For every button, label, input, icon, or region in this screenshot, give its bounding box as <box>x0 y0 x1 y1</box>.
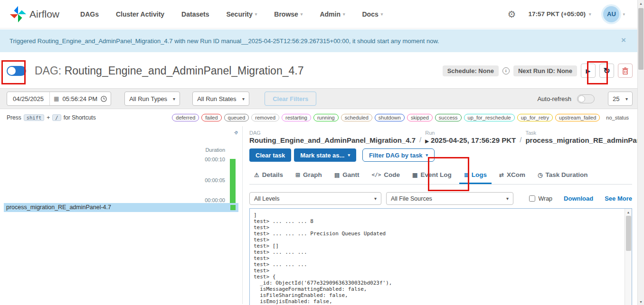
status-badge[interactable]: running <box>313 114 339 121</box>
status-badge[interactable]: failed <box>201 114 221 121</box>
scroll-down-icon[interactable]: ▼ <box>638 298 644 305</box>
run-states-select[interactable]: All Run States▾ <box>192 92 249 106</box>
chevron-down-icon: ▾ <box>374 196 377 201</box>
delete-dag-button[interactable] <box>618 64 633 78</box>
time-input[interactable]: ▦ 05:56:24 PM <box>50 95 111 102</box>
status-badge[interactable]: up_for_reschedule <box>464 114 515 121</box>
see-more-link[interactable]: See More <box>605 195 632 202</box>
dag-pause-toggle[interactable] <box>7 66 26 76</box>
dag-name: Routing_Engine_and_AdminPanel_Migration_… <box>65 65 304 77</box>
tab-task-duration[interactable]: ◷Task Duration <box>533 168 593 184</box>
timezone-selector[interactable]: 17:57 PKT (+05:00)▾ <box>529 10 591 18</box>
scrollbar-thumb[interactable] <box>638 8 644 70</box>
shift-key: shift <box>24 114 45 121</box>
filter-dag-by-task-button[interactable]: Filter DAG by task▾ <box>362 148 435 162</box>
task-actions: Clear task Mark state as...▾ Filter DAG … <box>249 148 632 162</box>
breadcrumb-separator: / <box>520 136 521 144</box>
status-badge[interactable]: shutdown <box>375 114 405 121</box>
mark-state-button[interactable]: Mark state as...▾ <box>294 148 356 162</box>
dag-header: DAG: Routing_Engine_and_AdminPanel_Migra… <box>0 52 644 86</box>
nav-datasets[interactable]: Datasets <box>181 10 209 18</box>
run-duration-bar[interactable] <box>230 159 236 203</box>
status-badge[interactable]: upstream_failed <box>555 114 600 121</box>
tab-xcom[interactable]: ⇄XCom <box>494 168 530 184</box>
log-line: test> [] <box>254 243 621 249</box>
task-state-square[interactable] <box>230 205 236 210</box>
log-line: ] <box>254 212 621 218</box>
grid-panel: » Duration 00:00:10 00:00:05 00:00:00 pr… <box>0 126 242 304</box>
breadcrumb-task-link[interactable]: process_migration_RE_adminPanel-4.7 <box>525 136 644 144</box>
next-run-badge: Next Run ID: None <box>513 65 577 76</box>
page-title: DAG: Routing_Engine_and_AdminPanel_Migra… <box>35 65 303 77</box>
auto-refresh-label: Auto-refresh <box>537 95 571 102</box>
reparse-dag-button[interactable]: ↻ <box>599 64 614 78</box>
log-line: test> ... ... ... Precision Queues Updat… <box>254 231 621 237</box>
user-menu[interactable]: AU ▾ <box>603 6 625 22</box>
chevron-down-icon: ▾ <box>343 12 345 17</box>
status-badge[interactable]: up_for_retry <box>517 114 553 121</box>
tab-gantt[interactable]: ▤Gantt <box>330 168 364 184</box>
page-size-select[interactable]: 25▾ <box>608 92 633 106</box>
status-badge[interactable]: deferred <box>172 114 199 121</box>
collapse-grid-icon[interactable]: » <box>231 128 240 137</box>
auto-refresh-toggle[interactable] <box>577 94 595 103</box>
status-badge[interactable]: no_status <box>602 114 633 121</box>
status-badge[interactable]: success <box>435 114 462 121</box>
run-types-select[interactable]: All Run Types▾ <box>124 92 180 106</box>
scroll-up-icon[interactable]: ▲ <box>625 209 632 215</box>
breadcrumb-dag-link[interactable]: Routing_Engine_and_AdminPanel_Migration_… <box>249 136 416 144</box>
page-scrollbar[interactable]: ▲ ▼ <box>637 0 644 305</box>
breadcrumb-dag: DAG Routing_Engine_and_AdminPanel_Migrat… <box>249 130 416 144</box>
status-badge[interactable]: queued <box>224 114 249 121</box>
chevron-down-icon: ▾ <box>242 96 245 102</box>
nav-browse[interactable]: Browse▾ <box>274 10 303 18</box>
breadcrumb-run: Run ▶2025-04-25, 17:56:29 PKT <box>425 130 516 144</box>
status-badge[interactable]: removed <box>251 114 279 121</box>
nav-docs[interactable]: Docs▾ <box>362 10 383 18</box>
log-line: test> <box>254 224 621 231</box>
graph-icon: ⊞ <box>295 172 300 178</box>
info-icon[interactable]: i <box>502 67 510 74</box>
tab-details[interactable]: ⚠Details <box>249 168 288 184</box>
chevron-down-icon: ▾ <box>506 196 509 201</box>
run-filter-bar: 04/25/2025 ▦ 05:56:24 PM All Run Types▾ … <box>0 88 644 109</box>
clear-task-button[interactable]: Clear task <box>249 148 291 162</box>
date-input[interactable]: 04/25/2025 <box>7 92 50 105</box>
clear-filters-button[interactable]: Clear Filters <box>265 92 316 106</box>
close-icon[interactable]: × <box>621 36 626 44</box>
play-icon: ▶ <box>586 67 591 74</box>
download-link[interactable]: Download <box>564 195 593 202</box>
nav-admin[interactable]: Admin▾ <box>320 10 345 18</box>
xcom-icon: ⇄ <box>499 172 504 178</box>
log-scrollbar[interactable]: ▲ <box>625 209 632 305</box>
wrap-checkbox[interactable] <box>529 195 535 202</box>
duration-tick: 00:00:10 <box>205 157 225 162</box>
airflow-app: Airflow DAGs Cluster Activity Datasets S… <box>0 0 644 305</box>
nav-security[interactable]: Security▾ <box>226 10 257 18</box>
log-levels-select[interactable]: All Levels▾ <box>249 192 381 205</box>
tab-logs[interactable]: ≣Logs <box>459 168 492 184</box>
status-badge[interactable]: scheduled <box>341 114 372 121</box>
file-sources-select[interactable]: All File Sources▾ <box>386 192 513 205</box>
alert-message: Triggered Routing_Engine_and_AdminPanel_… <box>9 37 439 45</box>
breadcrumb: DAG Routing_Engine_and_AdminPanel_Migrat… <box>249 130 632 144</box>
main-nav: DAGs Cluster Activity Datasets Security▾… <box>80 10 383 18</box>
scroll-up-icon[interactable]: ▲ <box>638 0 644 7</box>
status-badge[interactable]: restarting <box>282 114 311 121</box>
scrollbar-thumb[interactable] <box>626 216 631 251</box>
nav-dags[interactable]: DAGs <box>80 10 99 18</box>
avatar[interactable]: AU <box>603 6 619 22</box>
breadcrumb-separator: / <box>419 136 421 144</box>
brand-name: Airflow <box>29 9 59 20</box>
breadcrumb-run-link[interactable]: ▶2025-04-25, 17:56:29 PKT <box>425 136 516 144</box>
nav-cluster-activity[interactable]: Cluster Activity <box>116 10 164 18</box>
trigger-dag-button[interactable]: ▶ <box>581 64 596 78</box>
tab-graph[interactable]: ⊞Graph <box>291 168 327 184</box>
status-badge[interactable]: skipped <box>407 114 433 121</box>
task-row[interactable]: process_migration_RE_adminPanel-4.7 <box>4 203 238 212</box>
tab-event-log[interactable]: ▦Event Log <box>407 168 456 184</box>
log-line: test> ... ... ... <box>254 261 621 268</box>
task-name: process_migration_RE_adminPanel-4.7 <box>6 204 111 211</box>
tab-code[interactable]: </>Code <box>367 168 405 184</box>
gear-icon[interactable]: ⚙ <box>508 9 516 20</box>
